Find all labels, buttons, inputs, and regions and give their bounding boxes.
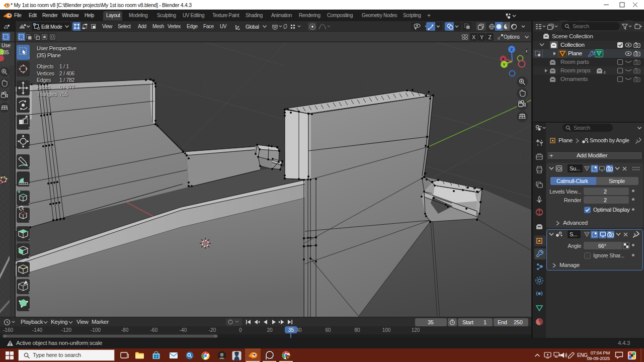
svg-text:-20: -20 [209,327,216,333]
svg-text:35: 35 [288,327,294,333]
svg-text:60: 60 [325,327,331,333]
svg-text:Y: Y [503,62,506,67]
svg-text:-160: -160 [3,327,13,333]
svg-text:-120: -120 [61,327,71,333]
svg-text:-100: -100 [91,327,101,333]
svg-text:-140: -140 [32,327,42,333]
svg-text:120: 120 [412,327,420,333]
svg-text:Z: Z [511,47,513,52]
svg-text:X: X [502,57,505,61]
svg-text:100: 100 [382,327,391,333]
svg-text:20: 20 [267,327,273,333]
svg-text:-80: -80 [121,327,129,333]
svg-text:0: 0 [239,327,242,333]
svg-text:Use: Use [2,43,11,48]
svg-text:-60: -60 [150,327,158,333]
svg-text:-40: -40 [180,327,187,333]
svg-text:(35: (35 [2,50,9,55]
svg-text:80: 80 [354,327,360,333]
